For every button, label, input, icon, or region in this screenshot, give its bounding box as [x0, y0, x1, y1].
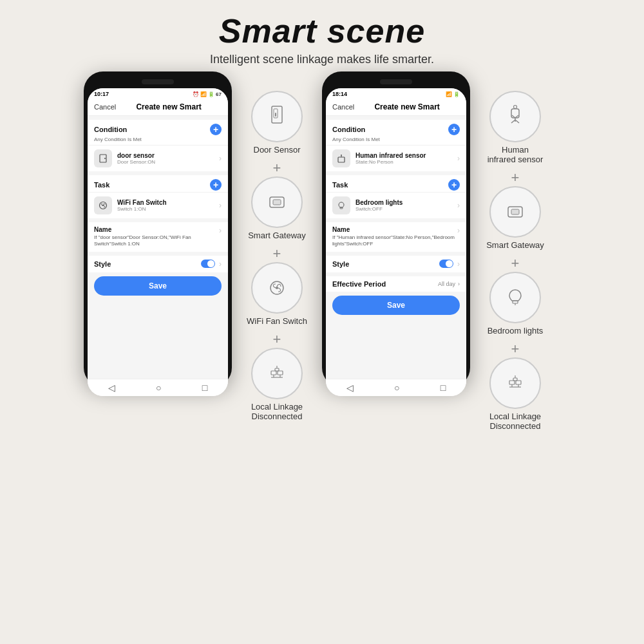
camera2 [380, 79, 412, 84]
svg-line-25 [515, 120, 519, 123]
phone2-task-name: Bedroom lights [355, 199, 457, 206]
phone1-condition-name: door sensor [117, 152, 219, 159]
right-plus-3: + [511, 342, 520, 356]
phone2-sensor-icon [332, 149, 350, 167]
phone2-screen: 18:14 📶 🔋 Cancel Create new Smart Condit… [326, 88, 466, 396]
phone2-style-toggle[interactable] [439, 260, 453, 268]
human-infrared-label: Human infrared sensor [488, 145, 544, 164]
phone2-condition-header: Condition + [326, 120, 466, 137]
left-plus-3: + [273, 332, 281, 346]
left-plus-2: + [273, 247, 281, 261]
phone1-task-card: Task + WiFi Fan Switch Switch 1:ON › [88, 175, 228, 218]
wifi-fan-icon-circle [251, 262, 303, 314]
phone2-task-item[interactable]: Bedroom lights Switch:OFF › [326, 192, 466, 218]
phone1-name-row: Name If "door sensor"Door Sensor:ON,"WiF… [94, 226, 222, 248]
right-plus-2: + [511, 256, 520, 270]
page-subtitle: Intelligent scene linkage makes life sma… [0, 53, 644, 66]
right-icon-column: Human infrared sensor + Smart Gateway + … [470, 71, 560, 436]
phone2-effective-card[interactable]: Effective Period All day › [326, 276, 466, 292]
phone2-condition-item[interactable]: Human infrared sensor State:No Person › [326, 145, 466, 171]
phone2-recents-icon[interactable]: □ [440, 383, 446, 393]
local-linkage-right-label: Local Linkage Disconnected [489, 412, 541, 431]
phone2-nav-bar: ◁ ○ □ [326, 379, 466, 396]
phone1-condition-sub2: Door Sensor:ON [117, 159, 219, 165]
phone1-style-toggle[interactable] [201, 260, 215, 268]
svg-rect-6 [275, 113, 276, 117]
phone2-effective-label: Effective Period [332, 280, 386, 288]
right-plus-1: + [511, 171, 520, 185]
phone2: 18:14 📶 🔋 Cancel Create new Smart Condit… [322, 71, 470, 387]
phone1-condition-sub: Any Condition Is Met [88, 137, 228, 145]
svg-rect-30 [511, 209, 519, 214]
smart-gateway-left-icon-circle [251, 176, 303, 228]
phone1-task-label: Task [94, 181, 109, 189]
phone2-condition-card: Condition + Any Condition Is Met Human i… [326, 120, 466, 171]
phone2-name-content: Name If "Human infrared sensor"State:No … [332, 226, 457, 248]
phone2-name-card: Name If "Human infrared sensor"State:No … [326, 222, 466, 252]
phone2-condition-sub2: State:No Person [355, 159, 457, 165]
left-plus-1: + [273, 161, 281, 175]
phone1-recents-icon[interactable]: □ [202, 383, 207, 393]
phone1-task-add[interactable]: + [210, 179, 222, 191]
phone1-task-item[interactable]: WiFi Fan Switch Switch 1:ON › [88, 192, 228, 218]
camera1 [142, 79, 174, 84]
phone1-condition-item[interactable]: door sensor Door Sensor:ON › [88, 145, 228, 171]
phone1-condition-header: Condition + [88, 120, 228, 137]
phone1-name-label: Name [94, 226, 219, 233]
phone2-task-sub: Switch:OFF [355, 206, 457, 212]
phone1-task-text: WiFi Fan Switch Switch 1:ON [117, 199, 219, 212]
phone1-style-arrow: › [219, 260, 222, 269]
phone2-name-row: Name If "Human infrared sensor"State:No … [332, 226, 460, 248]
phone1-style-label: Style [94, 260, 111, 268]
phone2-save-button[interactable]: Save [332, 296, 460, 315]
phone1-app-screen: Condition + Any Condition Is Met door se… [88, 116, 228, 379]
phone2-app-title: Create new Smart [354, 102, 460, 111]
phone2-back-icon[interactable]: ◁ [346, 383, 354, 393]
phone1-condition-label: Condition [94, 126, 127, 133]
phone2-task-card: Task + Bedroom lights Switch:OFF › [326, 175, 466, 218]
phone1-style-card: Style › [88, 256, 228, 272]
phone1-task-name: WiFi Fan Switch [117, 199, 219, 206]
phone2-cancel[interactable]: Cancel [332, 103, 354, 111]
door-sensor-label: Door Sensor [254, 145, 301, 155]
phone1-wrapper: 10:17 ⏰ 📶 🔋 67 Cancel Create new Smart [84, 71, 232, 387]
phone2-top [326, 75, 466, 88]
local-linkage-left-icon-circle [251, 348, 303, 399]
phone2-condition-sub: Any Condition Is Met [326, 137, 466, 145]
left-icon-column: Door Sensor + Smart Gateway + WiFi Fan S… [232, 71, 322, 426]
phone2-effective-value: All day [438, 281, 455, 287]
phone1-home-icon[interactable]: ○ [156, 383, 161, 393]
phone1-condition-add[interactable]: + [210, 124, 222, 135]
phone2-home-icon[interactable]: ○ [394, 383, 399, 393]
phone2-style-label: Style [332, 260, 349, 268]
svg-point-10 [276, 287, 278, 289]
phone2-condition-label: Condition [332, 126, 365, 133]
phone1-style-right: › [201, 260, 222, 269]
phone2-style-right: › [439, 260, 460, 269]
phone2-condition-add[interactable]: + [448, 124, 460, 135]
phone1-door-icon [94, 149, 112, 167]
phone1-save-button[interactable]: Save [94, 276, 222, 296]
phone1-app-title: Create new Smart [116, 102, 222, 111]
phone1-name-value: If "door sensor"Door Sensor:ON,"WiFi Fan… [94, 234, 219, 248]
phone2-task-arrow: › [457, 201, 460, 210]
phone2-effective-right: All day › [438, 281, 460, 287]
local-linkage-right-icon-circle [489, 357, 541, 409]
phone1-back-icon[interactable]: ◁ [108, 383, 115, 393]
phone2-task-add[interactable]: + [448, 179, 460, 191]
phone1-name-content: Name If "door sensor"Door Sensor:ON,"WiF… [94, 226, 219, 248]
phone1-time: 10:17 [94, 91, 109, 97]
wifi-fan-label: WiFi Fan Switch [247, 316, 307, 326]
phone2-time: 18:14 [332, 91, 347, 97]
phone1-battery: 67 [216, 91, 222, 97]
smart-gateway-right-icon-circle [489, 186, 541, 238]
svg-rect-18 [338, 157, 345, 162]
phone2-light-icon [332, 196, 350, 214]
smart-gateway-right-label: Smart Gateway [486, 240, 544, 250]
phone1-task-arrow: › [219, 201, 222, 210]
phone1-cancel[interactable]: Cancel [94, 103, 116, 111]
svg-rect-35 [513, 378, 517, 381]
phone1-condition-arrow: › [219, 154, 222, 163]
phone1-status-bar: 10:17 ⏰ 📶 🔋 67 [88, 88, 228, 99]
phone2-task-text: Bedroom lights Switch:OFF [355, 199, 457, 212]
